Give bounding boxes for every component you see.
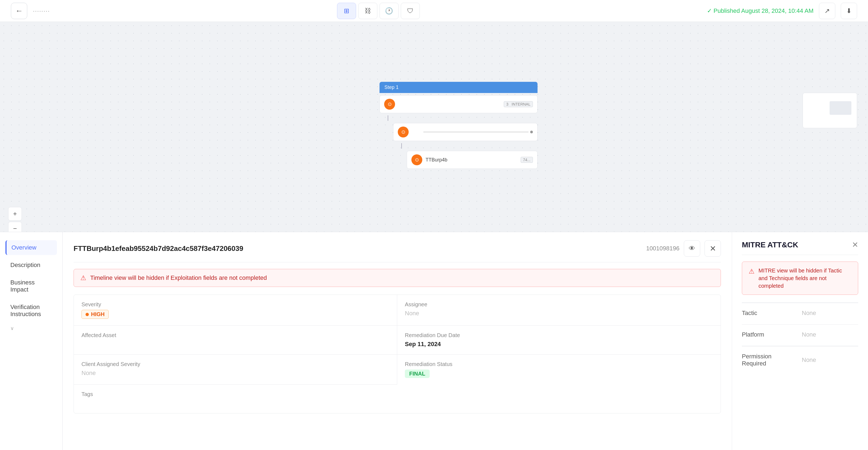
tags-value [82, 399, 713, 406]
mitre-panel: MITRE ATT&CK ✕ ⚠ MITRE view will be hidd… [732, 232, 868, 450]
mitre-close-button[interactable]: ✕ [852, 240, 858, 249]
flow-node-3-icon: ⊙ [411, 154, 422, 165]
severity-dot [86, 313, 89, 316]
mitre-platform-label: Platform [742, 331, 796, 338]
severity-text: HIGH [91, 311, 104, 317]
form-grid: Severity HIGH Assignee None Affected Ass… [73, 294, 721, 414]
assignee-label: Assignee [405, 301, 713, 308]
flow-diagram: Step 1 ⊙ 3 INTERNAL ⊙ ⊙ TTBurp4b 74... [379, 82, 537, 171]
close-panel-button[interactable]: ✕ [705, 240, 721, 257]
main-content: FTTBurp4b1efeab95524b7d92ac4c587f3e47206… [63, 232, 732, 450]
nav-item-description[interactable]: Description [5, 258, 57, 273]
mitre-platform-value: None [802, 331, 816, 338]
flow-node-1-badge: 3 INTERNAL [504, 101, 533, 107]
mitre-divider-2 [742, 324, 858, 325]
flow-node-1-icon: ⊙ [384, 99, 395, 110]
remediation-status-value: FINAL [405, 369, 713, 378]
back-button[interactable]: ← [11, 3, 27, 19]
nav-item-overview[interactable]: Overview [5, 240, 57, 255]
flow-node-3[interactable]: ⊙ TTBurp4b 74... [407, 151, 537, 169]
client-severity-value: None [82, 369, 389, 377]
external-link-button[interactable]: ↗ [819, 3, 835, 19]
remediation-due-date-value: Sep 11, 2024 [405, 341, 713, 348]
form-cell-remediation-status: Remediation Status FINAL [397, 355, 721, 385]
top-bar-tabs: ⊞ ⛓ 🕐 🛡 [337, 3, 420, 19]
tab-history[interactable]: 🕐 [379, 3, 399, 19]
tab-link[interactable]: ⛓ [358, 3, 377, 19]
mitre-field-permission: Permission Required None [742, 353, 858, 367]
mitre-header: MITRE ATT&CK ✕ [742, 240, 858, 255]
form-cell-tags: Tags [74, 385, 721, 413]
nav-item-verification[interactable]: Verification Instructions [5, 300, 57, 321]
mitre-tactic-value: None [802, 310, 816, 317]
timeline-alert-banner: ⚠ Timeline view will be hidden if Exploi… [73, 269, 721, 287]
affected-asset-value [82, 341, 389, 348]
top-bar: ← ········ ⊞ ⛓ 🕐 🛡 ✓ Published August 28… [0, 0, 868, 22]
severity-label: Severity [82, 301, 389, 308]
tab-shield[interactable]: 🛡 [401, 3, 420, 19]
mitre-divider-3 [742, 346, 858, 346]
flow-line-1 [388, 115, 388, 121]
tags-label: Tags [82, 391, 713, 397]
form-cell-client-severity: Client Assigned Severity None [74, 355, 397, 385]
watch-button[interactable]: 👁 [684, 240, 700, 257]
mitre-permission-label: Permission Required [742, 353, 796, 367]
status-badge: FINAL [405, 369, 430, 378]
panel-meta: 1001098196 👁 ✕ [646, 240, 721, 257]
mitre-field-platform: Platform None [742, 331, 858, 338]
zoom-in-button[interactable]: + [8, 207, 22, 221]
mitre-alert-banner: ⚠ MITRE view will be hidden if Tactic an… [742, 261, 858, 295]
flow-node-2[interactable]: ⊙ [393, 123, 537, 141]
panel-title: FTTBurp4b1efeab95524b7d92ac4c587f3e47206… [73, 244, 243, 253]
mitre-permission-value: None [802, 357, 816, 364]
nav-item-business-impact[interactable]: Business Impact [5, 275, 57, 297]
nav-expand-icon[interactable]: ∨ [5, 324, 57, 333]
flow-node-2-icon: ⊙ [398, 126, 409, 137]
form-cell-remediation-date: Remediation Due Date Sep 11, 2024 [397, 326, 721, 355]
flow-line-2 [401, 143, 402, 149]
flow-node-3-label: TTBurp4b [426, 157, 447, 163]
mitre-divider [742, 303, 858, 303]
bottom-panel: Overview Description Business Impact Ver… [0, 232, 868, 450]
assignee-value: None [405, 310, 713, 317]
connector-dot [530, 131, 533, 133]
remediation-status-label: Remediation Status [405, 361, 713, 367]
severity-badge: HIGH [82, 310, 109, 319]
panel-id: 1001098196 [646, 245, 679, 252]
published-status: ✓ Published August 28, 2024, 10:44 AM [707, 7, 813, 15]
mitre-tactic-label: Tactic [742, 310, 796, 317]
alert-text: Timeline view will be hidden if Exploita… [90, 274, 267, 281]
top-bar-left: ← ········ [11, 3, 50, 19]
severity-value: HIGH [82, 310, 389, 319]
connector-line [423, 132, 529, 132]
top-bar-right: ✓ Published August 28, 2024, 10:44 AM ↗ … [707, 3, 857, 19]
mini-map [803, 93, 857, 128]
download-button[interactable]: ⬇ [841, 3, 857, 19]
panel-header: FTTBurp4b1efeab95524b7d92ac4c587f3e47206… [73, 240, 721, 262]
alert-icon: ⚠ [81, 274, 86, 282]
mitre-alert-icon: ⚠ [749, 267, 755, 276]
flow-node-3-badge: 74... [521, 157, 533, 163]
tab-layout[interactable]: ⊞ [337, 3, 356, 19]
flow-step-header: Step 1 [379, 82, 537, 93]
affected-asset-label: Affected Asset [82, 332, 389, 338]
remediation-due-date-label: Remediation Due Date [405, 332, 713, 338]
form-cell-assignee: Assignee None [397, 295, 721, 326]
mitre-field-tactic: Tactic None [742, 310, 858, 317]
app-title: ········ [33, 6, 50, 15]
client-severity-label: Client Assigned Severity [82, 361, 389, 367]
mitre-title: MITRE ATT&CK [742, 241, 798, 249]
form-cell-affected-asset: Affected Asset [74, 326, 397, 355]
mini-map-inner [830, 101, 851, 115]
flow-node-1[interactable]: ⊙ 3 INTERNAL [379, 95, 537, 113]
left-nav: Overview Description Business Impact Ver… [0, 232, 63, 450]
mitre-alert-text: MITRE view will be hidden if Tactic and … [758, 267, 851, 290]
form-cell-severity: Severity HIGH [74, 295, 397, 326]
